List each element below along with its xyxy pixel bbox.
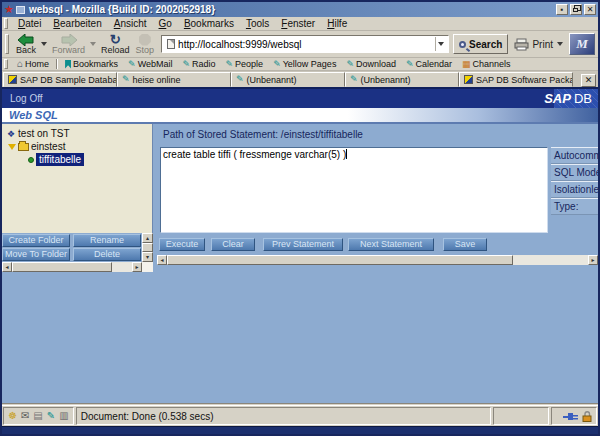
delete-button[interactable]: Delete (73, 248, 141, 261)
navigation-toolbar: Back Forward ↻ Reload Stop http://localh… (2, 31, 598, 58)
execute-button[interactable]: Execute (159, 238, 205, 251)
menu-bookmarks[interactable]: Bookmarks (178, 18, 240, 29)
restore-button[interactable] (570, 4, 582, 15)
move-to-folder-button[interactable]: Move To Folder (2, 248, 70, 261)
stop-button[interactable]: Stop (133, 32, 158, 57)
pen-icon: ✎ (346, 60, 354, 69)
window-icon (16, 6, 25, 14)
back-dropdown-icon[interactable] (41, 42, 47, 46)
bookmark-download[interactable]: ✎Download (341, 58, 401, 70)
tab-heise[interactable]: ✎heise online (117, 72, 231, 87)
status-panel-empty (493, 407, 549, 425)
session-info-panel: Autocommit SQL Mode: Isolationlevel Type… (551, 147, 598, 233)
mail-icon[interactable]: ✉ (21, 410, 29, 422)
bookmark-bookmarks[interactable]: Bookmarks (60, 58, 123, 70)
tree-item-root[interactable]: ❖ test on TST (2, 127, 152, 140)
clear-button[interactable]: Clear (211, 238, 255, 251)
menu-go[interactable]: Go (153, 18, 178, 29)
forward-arrow-icon (61, 34, 77, 46)
log-off-link[interactable]: Log Off (10, 93, 43, 104)
stop-icon (139, 34, 151, 46)
save-button[interactable]: Save (443, 238, 487, 251)
info-type: Type: (551, 198, 598, 215)
tab-sapdb-packages[interactable]: SAP DB Software Packages (459, 72, 573, 87)
print-button[interactable]: Print (512, 38, 555, 51)
tab-bar: SAP DB Sample Database (.. ✎heise online… (2, 71, 598, 87)
bookmark-home[interactable]: ⌂Home (12, 58, 54, 70)
toolbar-grippy[interactable] (4, 59, 8, 69)
rename-button[interactable]: Rename (73, 234, 141, 247)
tree-frame: ❖ test on TST einstest tiffitabelle Crea… (2, 124, 153, 272)
minimize-button[interactable]: ▪ (556, 4, 568, 15)
address-book-icon[interactable]: ▥ (59, 410, 68, 422)
twisty-open-icon[interactable] (8, 144, 16, 150)
pen-icon: ✎ (350, 75, 358, 84)
pen-icon: ✎ (273, 60, 281, 69)
search-button[interactable]: Search (453, 34, 508, 54)
scrollbar-left-button[interactable]: ◂ (157, 255, 167, 265)
folder-icon (18, 143, 29, 151)
scrollbar-thumb[interactable] (167, 255, 513, 265)
scrollbar-right-button[interactable]: ▸ (588, 255, 598, 265)
info-sql-mode: SQL Mode: (551, 164, 598, 181)
menu-datei[interactable]: Datei (12, 18, 47, 29)
tree-item-table[interactable]: tiffitabelle (2, 153, 152, 166)
title-bar[interactable]: ★ websql - Mozilla {Build ID: 2002052918… (2, 2, 598, 17)
scrollbar-thumb[interactable] (12, 262, 112, 272)
url-dropdown-button[interactable] (435, 37, 446, 51)
close-tab-button[interactable]: ✕ (581, 74, 596, 87)
printer-icon (514, 38, 529, 51)
page-body: ❖ test on TST einstest tiffitabelle Crea… (2, 124, 598, 403)
online-plug-icon[interactable] (563, 412, 578, 421)
forward-button[interactable]: Forward (49, 32, 88, 57)
throbber-logo[interactable]: M (569, 33, 595, 55)
bookmark-channels[interactable]: ▦Channels (457, 58, 516, 70)
menu-ansicht[interactable]: Ansicht (108, 18, 153, 29)
pen-icon[interactable]: ✎ (47, 410, 55, 422)
browser-window: ★ websql - Mozilla {Build ID: 2002052918… (0, 0, 600, 436)
tree-buttons-panel: Create Folder Rename Move To Folder Dele… (2, 233, 141, 262)
forward-dropdown-icon[interactable] (90, 42, 96, 46)
print-dropdown-icon[interactable] (557, 42, 563, 46)
scrollbar-left-button[interactable]: ◂ (2, 262, 12, 272)
composer-icon[interactable]: ▤ (33, 410, 42, 422)
bookmark-radio[interactable]: ✎Radio (177, 58, 220, 70)
reload-button[interactable]: ↻ Reload (98, 32, 133, 57)
security-lock-icon[interactable] (582, 411, 592, 422)
scrollbar-down-button[interactable]: ▾ (142, 252, 153, 262)
page-proxy-icon[interactable] (167, 39, 175, 49)
bookmark-webmail[interactable]: ✎WebMail (123, 58, 177, 70)
close-button[interactable]: ✕ (584, 4, 596, 15)
statement-frame: Path of Stored Statement: /einstest/tiff… (155, 124, 598, 272)
tab-sapdb-sample[interactable]: SAP DB Sample Database (.. (3, 72, 117, 87)
scrollbar-right-button[interactable]: ▸ (132, 262, 142, 272)
tree-item-folder[interactable]: einstest (2, 140, 152, 153)
stored-statement-path: Path of Stored Statement: /einstest/tiff… (163, 129, 363, 140)
tab-unbenannt-2[interactable]: ✎(Unbenannt) (345, 72, 459, 87)
next-statement-button[interactable]: Next Statement (348, 238, 434, 251)
toolbar-grippy[interactable] (4, 18, 8, 28)
bookmark-yellow-pages[interactable]: ✎Yellow Pages (268, 58, 341, 70)
scrollbar-thumb[interactable] (142, 243, 153, 252)
toolbar-grippy[interactable] (5, 34, 9, 53)
prev-statement-button[interactable]: Prev Statement (263, 238, 343, 251)
sql-statement-textarea[interactable]: create table tiffi ( fressmenge varchar(… (160, 147, 548, 233)
pen-icon: ✎ (122, 75, 130, 84)
menu-bearbeiten[interactable]: Bearbeiten (47, 18, 107, 29)
url-input[interactable]: http://localhost:9999/websql (178, 39, 435, 50)
status-text: Document: Done (0.538 secs) (76, 407, 491, 425)
bookmark-calendar[interactable]: ✎Calendar (401, 58, 457, 70)
tab-unbenannt-1[interactable]: ✎(Unbenannt) (231, 72, 345, 87)
component-bar: ☸ ✉ ▤ ✎ ▥ (3, 407, 74, 425)
scrollbar-up-button[interactable]: ▴ (142, 233, 153, 243)
menu-hilfe[interactable]: Hilfe (321, 18, 353, 29)
create-folder-button[interactable]: Create Folder (2, 234, 70, 247)
navigator-icon[interactable]: ☸ (8, 410, 17, 422)
back-button[interactable]: Back (13, 32, 39, 57)
menu-fenster[interactable]: Fenster (275, 18, 321, 29)
window-title: websql - Mozilla {Build ID: 2002052918} (29, 4, 554, 15)
url-bar[interactable]: http://localhost:9999/websql (161, 35, 449, 53)
bookmark-people[interactable]: ✎People (221, 58, 269, 70)
pen-icon: ✎ (128, 60, 136, 69)
menu-tools[interactable]: Tools (240, 18, 275, 29)
